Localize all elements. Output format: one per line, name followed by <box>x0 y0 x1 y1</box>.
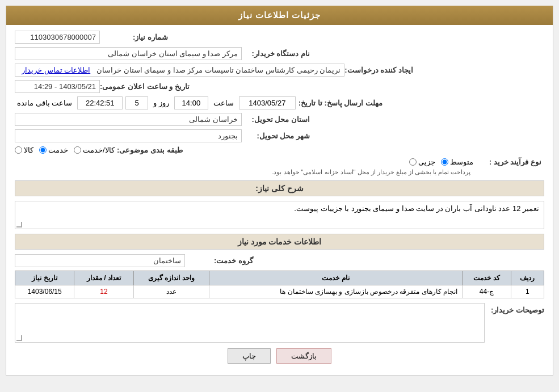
shomara-niaz-row: شماره نیاز: 1103030678000007 <box>15 31 544 44</box>
nam-dastgah-value: مرکز صدا و سیمای استان خراسان شمالی <box>15 47 242 60</box>
col-tedad: تعداد / مقدار <box>74 271 133 285</box>
noe-radio-group: متوسط جزیی <box>409 158 473 166</box>
mohlat-row: مهلت ارسال پاسخ: تا تاریخ: 1403/05/27 سا… <box>15 96 544 109</box>
main-panel: جزئیات اطلاعات نیاز شماره نیاز: 11030306… <box>6 6 553 376</box>
table-row: 1 ج-44 انجام کارهای متفرقه درخصوص بازساز… <box>15 285 544 298</box>
shahr-value: بجنورد <box>15 129 242 142</box>
ijad-text: نریمان رحیمی کارشناس ساختمان تاسیسات مرک… <box>96 66 341 74</box>
sharh-value: تعمیر 12 عدد ناودانی آب باران در سایت صد… <box>294 204 539 213</box>
cell-tedad: 12 <box>74 285 133 298</box>
noe-label: نوع فرآیند خرید : <box>473 158 541 166</box>
tabaqe-kala-label: کالا <box>24 146 33 154</box>
tarikh-label: تاریخ و ساعت اعلان عمومی: <box>100 82 190 91</box>
col-kod: کد خدمت <box>463 271 511 285</box>
sharh-section-header: شرح کلی نیاز: <box>15 180 544 196</box>
khadamat-section-label: اطلاعات خدمات مورد نیاز <box>238 237 322 246</box>
tabaqe-kala-khidmat-radio[interactable] <box>74 146 81 154</box>
tabaqe-kala-khidmat[interactable]: کالا/خدمت <box>74 146 115 154</box>
mohlat-mandeye: 22:42:51 <box>77 96 123 109</box>
nam-dastgah-row: نام دستگاه خریدار: مرکز صدا و سیمای استا… <box>15 47 544 60</box>
noe-jozi-label: جزیی <box>418 158 435 166</box>
panel-body: شماره نیاز: 1103030678000007 نام دستگاه … <box>6 25 553 375</box>
tabaqe-khidmat[interactable]: خدمت <box>39 146 68 154</box>
shahr-row: شهر محل تحویل: بجنورد <box>15 129 544 142</box>
col-nam: نام خدمت <box>209 271 463 285</box>
mohlat-rooz-label: روز و <box>153 99 169 107</box>
tabaqe-label: طبقه بندی موضوعی: <box>115 146 183 154</box>
ostan-value: خراسان شمالی <box>15 113 242 126</box>
tabaqe-radio-group: کالا/خدمت خدمت کالا <box>15 146 115 154</box>
buttons-row: بازگشت چاپ <box>15 348 544 369</box>
tabaqe-row: طبقه بندی موضوعی: کالا/خدمت خدمت کالا <box>15 146 544 154</box>
tarikh-row: تاریخ و ساعت اعلان عمومی: 1403/05/21 - 1… <box>15 80 544 93</box>
services-table: ردیف کد خدمت نام خدمت واحد اندازه گیری ت… <box>15 271 544 298</box>
shahr-label: شهر محل تحویل: <box>242 132 310 140</box>
ostan-label: استان محل تحویل: <box>242 115 310 124</box>
services-table-container: ردیف کد خدمت نام خدمت واحد اندازه گیری ت… <box>15 271 544 298</box>
buyer-notes-section: توصیحات خریدار: <box>15 303 544 343</box>
mohlat-saat-label: ساعت <box>213 99 234 107</box>
goroh-value: ساختمان <box>15 254 185 267</box>
col-vahed: واحد اندازه گیری <box>133 271 209 285</box>
shomara-niaz-label: شماره نیاز: <box>100 33 168 41</box>
tarikh-value: 1403/05/21 - 14:29 <box>15 80 100 93</box>
noe-note: پرداخت تمام یا بخشی از مبلغ خریدار از مح… <box>272 168 470 176</box>
back-button[interactable]: بازگشت <box>276 348 331 364</box>
ijad-row: ایجاد کننده درخواست: نریمان رحیمی کارشنا… <box>15 64 544 77</box>
sharh-value-box: تعمیر 12 عدد ناودانی آب باران در سایت صد… <box>15 201 544 229</box>
tabaqe-khidmat-radio[interactable] <box>39 146 47 154</box>
goroh-label: گروه خدمت: <box>185 256 253 265</box>
noe-row: نوع فرآیند خرید : متوسط جزیی پرداخت تمام… <box>15 158 544 176</box>
buyer-notes-resize-handle <box>16 335 22 341</box>
ijad-link[interactable]: اطلاعات تماس خریدار <box>22 66 90 74</box>
khadamat-section-header: اطلاعات خدمات مورد نیاز <box>15 234 544 250</box>
mohlat-saat: 14:00 <box>174 96 208 109</box>
cell-kod: ج-44 <box>463 285 511 298</box>
noe-motavaset[interactable]: متوسط <box>441 158 473 166</box>
noe-motavaset-radio[interactable] <box>441 158 448 166</box>
tabaqe-kala-khidmat-label: کالا/خدمت <box>83 146 115 154</box>
sharh-container: تعمیر 12 عدد ناودانی آب باران در سایت صد… <box>15 201 544 229</box>
print-button[interactable]: چاپ <box>228 348 271 364</box>
cell-tarikh: 1403/06/15 <box>15 285 74 298</box>
sharh-resize-handle <box>16 222 22 227</box>
panel-header: جزئیات اطلاعات نیاز <box>6 6 553 25</box>
ijad-label: ایجاد کننده درخواست: <box>344 66 413 74</box>
noe-motavaset-label: متوسط <box>450 158 473 166</box>
sharh-section-label: شرح کلی نیاز: <box>255 184 303 193</box>
cell-nam: انجام کارهای متفرقه درخصوص بازسازی و بهس… <box>209 285 463 298</box>
page-wrapper: جزئیات اطلاعات نیاز شماره نیاز: 11030306… <box>0 0 559 392</box>
goroh-row: گروه خدمت: ساختمان <box>15 254 544 267</box>
mohlat-mandeye-label: ساعت باقی مانده <box>17 99 72 107</box>
shomara-niaz-value: 1103030678000007 <box>15 31 100 44</box>
tabaqe-kala[interactable]: کالا <box>15 146 33 154</box>
nam-dastgah-label: نام دستگاه خریدار: <box>242 49 310 58</box>
panel-title: جزئیات اطلاعات نیاز <box>238 10 321 20</box>
mohlat-rooz: 5 <box>125 96 148 109</box>
tabaqe-kala-radio[interactable] <box>15 146 22 154</box>
ijad-value: نریمان رحیمی کارشناس ساختمان تاسیسات مرک… <box>15 64 344 77</box>
cell-vahed: عدد <box>133 285 209 298</box>
cell-radif: 1 <box>511 285 544 298</box>
ostan-row: استان محل تحویل: خراسان شمالی <box>15 113 544 126</box>
mohlat-date: 1403/05/27 <box>239 96 296 109</box>
col-radif: ردیف <box>511 271 544 285</box>
buyer-notes-box <box>15 303 485 343</box>
tabaqe-khidmat-label: خدمت <box>48 146 68 154</box>
mohlat-label: مهلت ارسال پاسخ: تا تاریخ: <box>299 99 383 107</box>
col-tarikh: تاریخ نیاز <box>15 271 74 285</box>
noe-jozi-radio[interactable] <box>409 158 417 166</box>
noe-jozi[interactable]: جزیی <box>409 158 435 166</box>
buyer-notes-label: توصیحات خریدار: <box>487 303 544 314</box>
table-header-row: ردیف کد خدمت نام خدمت واحد اندازه گیری ت… <box>15 271 544 285</box>
